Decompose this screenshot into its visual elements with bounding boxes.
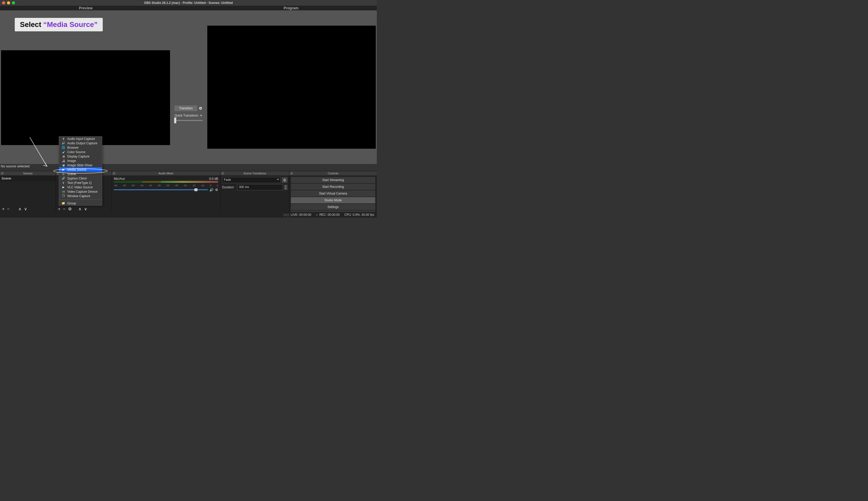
settings-button[interactable]: Settings xyxy=(291,204,375,210)
duration-input[interactable]: 300 ms xyxy=(237,184,283,190)
add-source-context-menu: 🎙Audio Input Capture 🔊Audio Output Captu… xyxy=(59,136,102,206)
mic-icon: 🎙 xyxy=(62,137,65,140)
start-recording-button[interactable]: Start Recording xyxy=(291,184,375,190)
window-controls xyxy=(0,1,15,4)
status-cpu: CPU: 0.9%, 30.00 fps xyxy=(344,213,374,216)
menu-window-capture[interactable]: ❐Window Capture xyxy=(59,194,102,198)
mute-icon[interactable]: 🔊 xyxy=(209,188,213,192)
menu-display-capture[interactable]: 🖥Display Capture xyxy=(59,154,102,159)
svg-rect-2 xyxy=(2,172,3,174)
start-virtual-camera-button[interactable]: Start Virtual Camera xyxy=(291,190,375,196)
menu-media-source[interactable]: ▶Media Source xyxy=(59,167,102,172)
source-settings-icon[interactable]: ⚙ xyxy=(68,207,72,211)
meter-ticks: -60-55-50-45-40-35-30-25-20-15-10-50 xyxy=(114,184,218,187)
scene-transitions-panel: Scene Transitions Fade ▴▾ ⚙ Duration 300… xyxy=(220,171,289,212)
controls-header[interactable]: Controls xyxy=(289,171,377,175)
program-canvas xyxy=(207,26,376,149)
transition-slider-thumb[interactable] xyxy=(174,118,176,123)
slideshow-icon: 📽 xyxy=(62,164,65,167)
scenes-header[interactable]: Scenes xyxy=(0,171,56,175)
minimize-window-icon[interactable] xyxy=(7,1,10,4)
folder-icon: 📁 xyxy=(62,202,65,205)
source-down-icon[interactable]: ∨ xyxy=(84,207,87,211)
label-spacer xyxy=(172,6,205,10)
audio-mixer-panel: Audio Mixer Mic/Aux 0.0 dB -60-55-50-45-… xyxy=(112,171,220,212)
scene-down-icon[interactable]: ∨ xyxy=(24,207,27,211)
transition-slider[interactable] xyxy=(174,120,202,121)
menu-group[interactable]: 📁Group xyxy=(59,201,102,205)
remove-scene-icon[interactable]: − xyxy=(7,207,9,211)
scenes-panel: Scenes Scene + − ∧ ∨ xyxy=(0,171,56,212)
scene-item[interactable]: Scene xyxy=(0,175,56,181)
transitions-header[interactable]: Scene Transitions xyxy=(220,171,289,175)
close-window-icon[interactable] xyxy=(2,1,5,4)
detach-icon[interactable] xyxy=(221,172,224,174)
studio-mode-button[interactable]: Studio Mode xyxy=(291,197,375,203)
detach-icon[interactable] xyxy=(113,172,116,174)
speaker-icon: 🔊 xyxy=(62,141,65,145)
status-live: ((●)) LIVE: 00:00:00 xyxy=(283,213,311,216)
instruction-prefix: Select xyxy=(20,20,43,29)
text-icon: T xyxy=(62,181,65,184)
transition-button[interactable]: Transition xyxy=(174,105,197,111)
menu-scene[interactable]: ☰Scene xyxy=(59,172,102,176)
quick-transitions-label: Quick Transitions xyxy=(174,114,198,117)
track-settings-icon[interactable]: ⚙ xyxy=(215,188,218,192)
scene-up-icon[interactable]: ∧ xyxy=(18,207,21,211)
mixer-title: Audio Mixer xyxy=(158,172,173,175)
image-icon: 🏞 xyxy=(62,159,65,162)
preview-canvas[interactable] xyxy=(1,50,170,145)
detach-icon[interactable] xyxy=(1,172,4,174)
menu-image[interactable]: 🏞Image xyxy=(59,159,102,163)
broadcast-icon: ((●)) xyxy=(283,213,289,216)
menu-color-source[interactable]: 🖌Color Source xyxy=(59,150,102,154)
menu-browser[interactable]: 🌐Browser xyxy=(59,145,102,150)
scenes-toolbar: + − ∧ ∨ xyxy=(0,206,56,212)
globe-icon: 🌐 xyxy=(62,146,65,149)
svg-rect-6 xyxy=(113,172,115,174)
menu-audio-input-capture[interactable]: 🎙Audio Input Capture xyxy=(59,137,102,141)
transition-select[interactable]: Fade ▴▾ xyxy=(222,177,281,183)
window-icon: ❐ xyxy=(62,194,65,198)
audio-meter xyxy=(114,181,218,184)
monitor-icon: 🖥 xyxy=(62,155,65,158)
transitions-title: Scene Transitions xyxy=(243,172,266,175)
record-dot-icon: ● xyxy=(316,213,318,216)
list-icon: ☰ xyxy=(62,172,65,175)
transition-props-icon[interactable]: ⚙ xyxy=(282,177,287,183)
menu-video-capture-device[interactable]: 📹Video Capture Device xyxy=(59,189,102,194)
menu-audio-output-capture[interactable]: 🔊Audio Output Capture xyxy=(59,141,102,145)
track-name: Mic/Aux xyxy=(114,177,125,181)
play-icon: ▶ xyxy=(62,185,65,189)
remove-source-icon[interactable]: − xyxy=(63,207,65,211)
controls-panel: Controls Start Streaming Start Recording… xyxy=(289,171,377,212)
add-scene-icon[interactable]: + xyxy=(2,207,4,211)
menu-syphon-client[interactable]: 🔗Syphon Client xyxy=(59,176,102,181)
instruction-target: Media Source xyxy=(47,20,94,29)
svg-rect-8 xyxy=(222,172,224,174)
add-source-icon[interactable]: + xyxy=(58,207,60,211)
add-quick-transition-icon[interactable]: + xyxy=(200,113,202,118)
duration-stepper[interactable]: ▴ ▾ xyxy=(284,185,287,190)
duration-step-down-icon[interactable]: ▾ xyxy=(284,187,287,190)
menu-text-freetype[interactable]: TText (FreeType 2) xyxy=(59,181,102,185)
volume-thumb[interactable] xyxy=(194,188,197,191)
mixer-header[interactable]: Audio Mixer xyxy=(112,171,220,175)
volume-slider[interactable] xyxy=(114,189,208,190)
transition-settings-icon[interactable] xyxy=(199,106,202,110)
program-label: Program xyxy=(205,6,377,10)
mixer-track: Mic/Aux 0.0 dB -60-55-50-45-40-35-30-25-… xyxy=(112,175,220,193)
start-streaming-button[interactable]: Start Streaming xyxy=(291,177,375,183)
dock-panels: Scenes Scene + − ∧ ∨ Sources + − ⚙ ∧ xyxy=(0,171,377,212)
source-up-icon[interactable]: ∧ xyxy=(78,207,81,211)
controls-title: Controls xyxy=(328,172,339,175)
studio-mode-labels: Preview Program xyxy=(0,6,377,10)
menu-vlc-video-source[interactable]: ▶VLC Video Source xyxy=(59,185,102,189)
duration-step-up-icon[interactable]: ▴ xyxy=(284,185,287,187)
program-pane xyxy=(206,10,377,164)
window-title: OBS Studio 26.1.2 (mac) - Profile: Untit… xyxy=(0,1,377,5)
maximize-window-icon[interactable] xyxy=(12,1,15,4)
menu-image-slide-show[interactable]: 📽Image Slide Show xyxy=(59,163,102,167)
detach-icon[interactable] xyxy=(290,172,293,174)
main-area: Transition Quick Transitions + xyxy=(0,10,377,164)
